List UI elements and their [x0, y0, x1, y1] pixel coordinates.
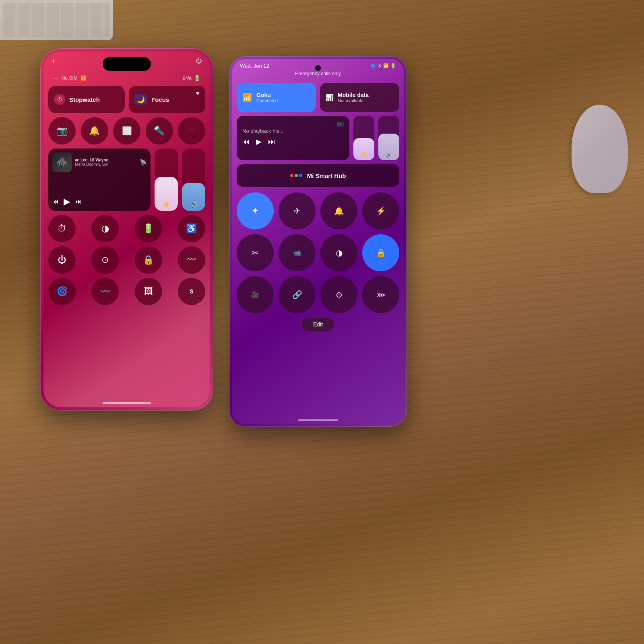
- link-icon: 🔗: [292, 290, 302, 299]
- bell-quick-btn[interactable]: 🔔: [320, 192, 357, 229]
- and-media-player: 📺 No playback his... ⏮ ▶ ⏭: [237, 116, 349, 160]
- volume-slider[interactable]: 🔊: [182, 149, 205, 211]
- and-prev-icon[interactable]: ⏮: [242, 138, 250, 146]
- video-call-quick-btn[interactable]: 🎥: [237, 276, 274, 313]
- focus-modes-btn[interactable]: ⏻: [48, 246, 76, 274]
- and-media-title: No playback his...: [242, 128, 344, 134]
- video-quick-btn[interactable]: 📹: [279, 234, 316, 271]
- keyboard-decoration: [0, 0, 113, 40]
- bell-btn[interactable]: 🔔: [81, 117, 108, 144]
- iphone-screen: + ⏻ ···· No SIM 📶 64% 🔋 ⏱ Stopwatch: [43, 52, 210, 407]
- music-recognition-btn[interactable]: 〰: [178, 246, 205, 274]
- shazam-icon: S: [190, 288, 193, 295]
- android-screen: Wed, Jun 12 🔷 ✕ 📶 🔋 Emergency calls only…: [232, 59, 404, 424]
- edit-btn[interactable]: Edit: [302, 318, 334, 331]
- and-media-row: 📺 No playback his... ⏮ ▶ ⏭ ☀️: [237, 116, 399, 160]
- battery-btn[interactable]: 🔋: [135, 215, 162, 242]
- battery-icon: 🔋: [194, 75, 200, 81]
- fast-forward-icon[interactable]: ⏭: [75, 198, 82, 205]
- mirror-icon: ⬜: [122, 126, 132, 136]
- airplane-icon: ✈: [294, 206, 301, 216]
- airplane-quick-btn[interactable]: ✈: [279, 192, 316, 229]
- cc-row-toggles-3: 🌀 〰️ 🖼 S: [48, 278, 205, 305]
- iphone-status-bar: ···· No SIM 📶 64% 🔋: [43, 75, 210, 81]
- bell-q-icon: 🔔: [334, 206, 344, 216]
- focus-modes-icon: ⏻: [58, 255, 66, 265]
- android-signal-icon: ✕: [378, 63, 382, 68]
- and-network-row: 📶 Goku Connected 📊 Mobile data Not avail…: [237, 83, 399, 112]
- and-brightness-icon: ☀️: [361, 152, 367, 158]
- iphone-device: + ⏻ ···· No SIM 📶 64% 🔋 ⏱ Stopwatch: [40, 48, 213, 411]
- siri-btn[interactable]: 🌀: [48, 278, 76, 305]
- cast-icon: 📺: [337, 120, 344, 126]
- mirror-btn[interactable]: ⬜: [113, 117, 140, 144]
- and-brightness-slider[interactable]: ☀️: [353, 116, 374, 160]
- accessibility-btn[interactable]: ♿: [178, 215, 205, 242]
- and-media-controls: ⏮ ▶ ⏭: [242, 137, 344, 146]
- carrier-label: ···· No SIM 📶: [53, 75, 87, 81]
- wifi-tile[interactable]: 📶 Goku Connected: [237, 83, 316, 112]
- and-volume-icon: 🔊: [386, 152, 392, 158]
- media-player: 🕷️ ae Lee, Lil Wayne, Metro Boomin, Sw 📡…: [48, 149, 151, 211]
- android-wifi-icon: 📶: [383, 63, 389, 68]
- flashlight-btn[interactable]: 🔦: [146, 117, 173, 144]
- siri-icon: 🌀: [57, 286, 68, 297]
- cc-row-toggles-2: ⏻ ⊙ 🔒 〰: [48, 246, 205, 274]
- android-battery-icon: 🔋: [390, 63, 396, 68]
- camera-icon: 📷: [57, 126, 68, 136]
- orientation-lock-btn[interactable]: 🔒: [135, 246, 162, 274]
- heart-icon: ♥: [196, 90, 200, 97]
- hub-label: Mi Smart Hub: [307, 172, 346, 179]
- mi-smart-hub[interactable]: Mi Smart Hub: [237, 164, 399, 187]
- stopwatch-tile[interactable]: ⏱ Stopwatch: [48, 86, 125, 113]
- mobile-tile-info: Mobile data Not available: [338, 92, 369, 103]
- link-quick-btn[interactable]: 🔗: [279, 276, 316, 313]
- bt-quick-btn[interactable]: ✦: [237, 192, 274, 229]
- photos-btn[interactable]: 🖼: [135, 278, 162, 305]
- rewind-icon[interactable]: ⏮: [52, 198, 59, 205]
- battery-status-icon: 🔋: [143, 223, 154, 234]
- dark-mode-btn[interactable]: ◑: [91, 215, 119, 242]
- android-device: Wed, Jun 12 🔷 ✕ 📶 🔋 Emergency calls only…: [229, 56, 407, 427]
- lock-rotate-quick-btn[interactable]: 🔒: [362, 234, 399, 271]
- accessibility-icon: ♿: [186, 223, 197, 234]
- airplay-icon: 📡: [140, 159, 147, 165]
- contrast-quick-btn[interactable]: ◑: [320, 234, 357, 271]
- timer-btn[interactable]: ⏱: [48, 215, 76, 242]
- android-bt-icon: 🔷: [370, 63, 376, 69]
- target-quick-btn[interactable]: ⊙: [320, 276, 357, 313]
- and-next-icon[interactable]: ⏭: [268, 138, 275, 146]
- screen-record-icon: ⊙: [101, 255, 109, 265]
- and-edit-area: Edit: [237, 318, 399, 331]
- lock-rotate-icon: 🔒: [376, 248, 386, 258]
- shazam-btn[interactable]: S: [178, 278, 205, 305]
- mobile-data-tile[interactable]: 📊 Mobile data Not available: [320, 83, 399, 112]
- album-art: 🕷️: [52, 153, 72, 172]
- flash-quick-btn[interactable]: ⚡: [362, 192, 399, 229]
- more-quick-btn[interactable]: ⋙: [362, 276, 399, 313]
- target-icon: ⊙: [336, 290, 343, 299]
- focus-tile[interactable]: 🌙 Focus: [129, 86, 205, 113]
- brightness-slider[interactable]: ☀️: [155, 149, 178, 211]
- cc-row-toggles-1: ⏱ ◑ 🔋 ♿: [48, 215, 205, 242]
- media-artist: Metro Boomin, Sw: [75, 162, 136, 167]
- screen-record-btn[interactable]: ⊙: [91, 246, 119, 274]
- video-call-icon: 🎥: [251, 291, 259, 299]
- cc-row-stopwatch-focus: ⏱ Stopwatch 🌙 Focus: [48, 86, 205, 113]
- android-status-icons: 🔷 ✕ 📶 🔋: [370, 63, 396, 69]
- scissors-quick-btn[interactable]: ✂: [237, 234, 274, 271]
- and-cast-area: 📺: [242, 120, 344, 126]
- play-icon[interactable]: ▶: [64, 196, 70, 207]
- and-play-icon[interactable]: ▶: [256, 137, 262, 146]
- sound-recognition-btn[interactable]: 〰️: [91, 278, 119, 305]
- iphone-home-indicator: [103, 402, 151, 404]
- stopwatch-label: Stopwatch: [69, 96, 100, 103]
- volume-fill: 🔊: [378, 134, 399, 160]
- media-controls: ⏮ ▶ ⏭: [52, 195, 147, 207]
- wifi-signal-btn[interactable]: (·): [178, 117, 205, 144]
- iphone-control-center: ⏱ Stopwatch 🌙 Focus 📷 🔔 ⬜: [48, 86, 205, 309]
- camera-btn[interactable]: 📷: [48, 117, 76, 144]
- media-top: 🕷️ ae Lee, Lil Wayne, Metro Boomin, Sw 📡: [52, 153, 147, 172]
- and-volume-slider[interactable]: 🔊: [378, 116, 399, 160]
- focus-icon: 🌙: [134, 94, 147, 105]
